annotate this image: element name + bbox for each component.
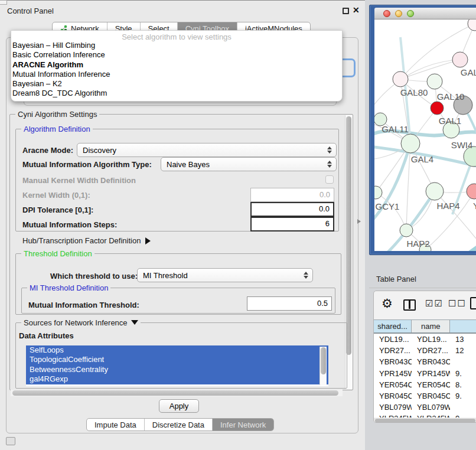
mi-type-label: Mutual Information Algorithm Type: [22, 160, 152, 169]
table-hscrollbar[interactable] [374, 418, 476, 423]
hub-definition-toggle[interactable]: Hub/Transcription Factor Definition [22, 236, 151, 245]
aracne-mode-label: Aracne Mode: [22, 146, 73, 155]
table-row[interactable]: YDR27...YDR27...12 [374, 345, 476, 356]
columns-icon[interactable] [403, 299, 416, 311]
table-panel: ⚙ ☑☑ ☐☐ shared...name YDL19...YDL19...13… [373, 291, 476, 423]
sources-title: Sources for Network Inference [21, 318, 141, 327]
network-node[interactable] [467, 184, 476, 199]
float-window-icon[interactable] [343, 8, 349, 14]
combo-arrows-icon [324, 146, 335, 154]
network-node[interactable] [427, 74, 442, 89]
bottom-tab-discretize-data[interactable]: Discretize Data [145, 419, 213, 431]
table-cell: 9. [450, 413, 476, 418]
gear-icon[interactable]: ⚙ [382, 296, 393, 311]
bottom-tab-impute-data[interactable]: Impute Data [87, 419, 145, 431]
dropdown-option[interactable]: Bayesian – K2 [11, 79, 342, 89]
table-panel-separator [369, 288, 476, 288]
attribute-list-item[interactable]: BetweennessCentrality [26, 365, 328, 374]
network-node[interactable] [401, 134, 420, 153]
which-threshold-combo[interactable]: MI Threshold [137, 268, 313, 282]
file-icon[interactable] [470, 297, 476, 309]
column-header[interactable] [450, 320, 476, 332]
close-traffic-light-icon[interactable] [383, 10, 390, 17]
close-icon[interactable]: ✕ [353, 5, 360, 15]
hub-definition-label: Hub/Transcription Factor Definition [22, 236, 141, 245]
table-cell: YDR27... [412, 345, 450, 356]
dpi-tolerance-label: DPI Tolerance [0,1]: [22, 206, 93, 214]
network-node[interactable] [400, 224, 413, 237]
dropdown-option[interactable]: Dream8 DC_TDC Algorithm [11, 89, 342, 98]
aracne-mode-value: Discovery [77, 146, 324, 155]
network-node[interactable] [393, 71, 408, 87]
column-header[interactable]: name [412, 320, 450, 332]
network-node[interactable] [452, 52, 468, 67]
attribute-list-item[interactable]: gal4RGexp [26, 374, 328, 384]
table-cell: YER054C [412, 379, 450, 390]
unchecked-pair-icon[interactable]: ☐☐ [448, 298, 467, 309]
table-row[interactable]: YER054CYER054C8. [374, 379, 476, 390]
settings-hscrollbar[interactable] [11, 390, 343, 396]
table-cell: YBL079W [412, 402, 450, 413]
table-row[interactable]: YBR045CYBR045C9. [374, 390, 476, 402]
apply-button[interactable]: Apply [159, 399, 199, 413]
application-window: Control Panel ✕ NetworkStyleSelectCyni T… [0, 0, 476, 450]
minimize-traffic-light-icon[interactable] [395, 10, 402, 17]
kernel-width-label: Kernel Width (0,1): [22, 191, 90, 200]
attribute-list-item[interactable]: TopologicalCoefficient [26, 355, 328, 364]
combo-arrows-icon [301, 272, 311, 279]
table-row[interactable]: YDL19...YDL19...13 [374, 334, 476, 345]
mi-threshold-field[interactable]: 0.5 [247, 296, 332, 311]
mi-threshold-label: Mutual Information Threshold: [28, 301, 139, 309]
attributes-list-scrollbar[interactable] [319, 347, 327, 385]
network-canvas[interactable]: GAL8GAL80GAL10GAL1GAL11SWI4GAL4GCY1HAP4Y… [374, 19, 476, 251]
node-label: GAL8 [461, 67, 476, 77]
network-node[interactable] [426, 182, 444, 200]
dropdown-placeholder: Select algorithm to view settings [11, 31, 342, 41]
table-panel-title: Table Panel [376, 275, 416, 283]
mi-type-combo[interactable]: Naive Bayes [161, 157, 337, 171]
table-row[interactable]: YLR345WYLR345W9. [374, 413, 476, 418]
table-row[interactable]: YBR043CYBR043C [374, 356, 476, 367]
dropdown-option[interactable]: Bayesian – Hill Climbing [11, 41, 342, 50]
node-label: SWI4 [451, 140, 473, 150]
bottom-tab-infer-network[interactable]: Infer Network [213, 419, 273, 431]
dropdown-option[interactable]: ARACNE Algorithm [11, 60, 342, 70]
table-toolbar: ⚙ ☑☑ ☐☐ [374, 291, 476, 319]
manual-kernel-checkbox[interactable] [325, 175, 334, 184]
table-cell [450, 402, 476, 413]
dropdown-option[interactable]: Mutual Information Inference [11, 70, 342, 79]
table-cell: YDL19... [374, 334, 412, 345]
dock-window-icon[interactable] [6, 437, 15, 445]
which-threshold-label: Which threshold to use: [50, 272, 138, 281]
node-label: Y [473, 201, 476, 211]
network-node[interactable] [431, 102, 444, 115]
table-row[interactable]: YBL079WYBL079W [374, 402, 476, 413]
checked-pair-icon[interactable]: ☑☑ [425, 298, 444, 309]
network-node[interactable] [374, 186, 382, 199]
network-window-titlebar[interactable] [374, 8, 476, 19]
node-table: shared...name YDL19...YDL19...13YDR27...… [374, 319, 476, 418]
mi-type-value: Naive Bayes [161, 160, 324, 169]
mi-steps-field[interactable]: 6 [250, 217, 334, 231]
dropdown-option[interactable]: Basic Correlation Inference [11, 50, 342, 60]
node-label: GCY1 [376, 201, 400, 211]
bottom-tabs: Impute DataDiscretize DataInfer Network [86, 418, 274, 431]
network-view-window[interactable]: GAL8GAL80GAL10GAL1GAL11SWI4GAL4GCY1HAP4Y… [369, 5, 476, 255]
algorithm-definition-title: Algorithm Definition [21, 125, 93, 133]
network-node[interactable] [468, 19, 476, 31]
threshold-definition-title: Threshold Definition [21, 249, 94, 258]
column-header[interactable]: shared... [374, 320, 412, 332]
split-pane-handle-icon[interactable] [357, 219, 361, 224]
zoom-traffic-light-icon[interactable] [407, 10, 414, 17]
attribute-list-item[interactable]: SelfLoops [26, 345, 328, 355]
manual-kernel-label: Manual Kernel Width Definition [22, 176, 136, 185]
combo-arrows-icon [324, 161, 335, 168]
table-row[interactable]: YPR145WYPR145W9. [374, 368, 476, 379]
dpi-tolerance-field[interactable]: 0.0 [250, 202, 334, 217]
data-attributes-list[interactable]: SelfLoopsTopologicalCoefficientBetweenne… [26, 345, 328, 386]
control-panel-title: Control Panel [7, 6, 54, 15]
aracne-mode-combo[interactable]: Discovery [77, 143, 337, 157]
table-cell: YDR27... [374, 345, 412, 356]
table-cell: YBR043C [412, 356, 450, 367]
data-attributes-label: Data Attributes [19, 331, 74, 340]
